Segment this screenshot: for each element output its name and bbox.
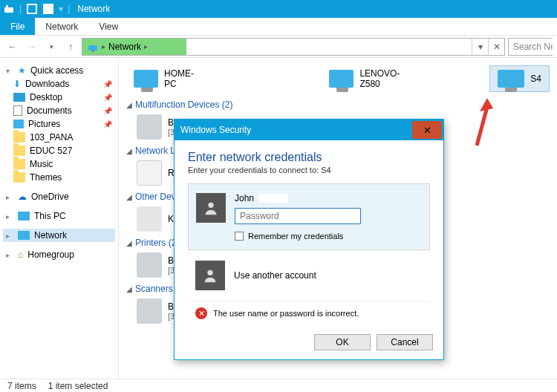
sidebar-item-downloads[interactable]: ⬇Downloads📌 — [3, 77, 115, 91]
sidebar-item-documents[interactable]: Documents📌 — [3, 104, 115, 117]
sidebar-item-label: Quick access — [30, 65, 83, 76]
separator-icon: | — [19, 4, 22, 14]
chevron-right-icon[interactable]: ▸ — [144, 42, 148, 50]
network-icon — [18, 231, 30, 240]
sidebar-item-music[interactable]: Music — [3, 157, 115, 171]
computer-icon — [134, 70, 158, 88]
status-bar: 7 items 1 item selected — [0, 379, 557, 392]
expand-icon[interactable]: ▾ — [6, 67, 13, 75]
collapse-icon[interactable]: ◢ — [126, 101, 132, 109]
svg-rect-5 — [88, 45, 97, 50]
category-label: Multifunction Devices (2) — [135, 99, 232, 110]
breadcrumb-network[interactable]: Network — [108, 42, 141, 52]
computer-item[interactable]: HOME-PC — [126, 65, 210, 92]
user-avatar-icon — [196, 193, 226, 223]
window-title: Network — [77, 4, 110, 14]
checkbox-icon[interactable] — [235, 232, 244, 241]
ok-button[interactable]: OK — [314, 334, 371, 350]
computer-label: HOME-PC — [164, 68, 203, 89]
svg-point-8 — [207, 270, 212, 275]
refresh-dropdown[interactable]: ▾ — [472, 39, 488, 55]
expand-icon[interactable]: ▸ — [6, 251, 13, 259]
credentials-dialog: Windows Security ✕ Enter network credent… — [174, 119, 444, 360]
up-button[interactable]: ↑ — [62, 39, 79, 55]
sidebar-item-103pana[interactable]: 103_PANA — [3, 131, 115, 144]
sidebar-item-label: Homegroup — [27, 249, 74, 260]
sidebar-item-label: Downloads — [25, 79, 69, 89]
address-bar[interactable]: ▸ Network ▸ ▾ ✕ — [82, 38, 505, 56]
sidebar-item-label: Documents — [27, 105, 72, 116]
printer-icon — [137, 252, 162, 278]
pc-icon — [18, 212, 30, 220]
category-label: Scanners — [135, 284, 173, 294]
computer-label: LENOVO-Z580 — [359, 68, 415, 89]
qat-save-icon[interactable] — [26, 3, 38, 15]
downloads-icon: ⬇ — [13, 79, 21, 89]
stop-button[interactable]: ✕ — [488, 39, 504, 55]
svg-rect-3 — [28, 5, 36, 13]
recent-dropdown[interactable]: ▾ — [43, 39, 59, 55]
qat-dropdown-icon[interactable]: ▾ — [59, 4, 63, 14]
svg-point-7 — [208, 203, 213, 208]
sidebar-quick-access[interactable]: ▾ ★ Quick access — [3, 64, 115, 77]
expand-icon[interactable]: ▸ — [6, 193, 13, 201]
expand-icon[interactable]: ▸ — [6, 212, 13, 220]
remember-checkbox[interactable]: Remember my credentials — [235, 232, 422, 241]
redaction — [258, 194, 288, 203]
sidebar-homegroup[interactable]: ▸⌂Homegroup — [3, 248, 115, 261]
status-item-count: 7 items — [7, 381, 36, 391]
collapse-icon[interactable]: ◢ — [126, 193, 132, 201]
dialog-title-bar[interactable]: Windows Security ✕ — [175, 120, 443, 140]
star-icon: ★ — [18, 65, 26, 76]
sidebar-item-educ527[interactable]: EDUC 527 — [3, 144, 115, 157]
ribbon-tabs: File Network View — [0, 18, 557, 36]
tab-file[interactable]: File — [0, 18, 35, 35]
qat-new-icon[interactable] — [42, 3, 54, 15]
svg-rect-0 — [4, 7, 13, 13]
category-label: Other Dev — [135, 192, 176, 202]
computer-label: S4 — [530, 74, 541, 84]
dialog-title: Windows Security — [180, 125, 412, 135]
forward-button[interactable]: → — [24, 39, 40, 55]
collapse-icon[interactable]: ◢ — [126, 147, 132, 155]
category-multifunction[interactable]: ◢Multifunction Devices (2) — [126, 99, 550, 110]
computer-item-selected[interactable]: S4 — [489, 65, 550, 92]
sidebar-onedrive[interactable]: ▸☁OneDrive — [3, 190, 115, 203]
window-title-bar: | ▾ | Network — [0, 0, 557, 18]
cloud-icon: ☁ — [18, 192, 27, 202]
collapse-icon[interactable]: ◢ — [126, 239, 132, 247]
navigation-pane: ▾ ★ Quick access ⬇Downloads📌 Desktop📌 Do… — [0, 58, 119, 379]
printer-icon — [137, 114, 162, 140]
chevron-right-icon[interactable]: ▸ — [102, 42, 105, 50]
pin-icon: 📌 — [103, 107, 112, 115]
dialog-heading: Enter network credentials — [188, 151, 430, 164]
error-text: The user name or password is incorrect. — [213, 309, 359, 318]
tab-network[interactable]: Network — [35, 18, 88, 35]
search-input[interactable]: Search Ne — [508, 38, 553, 56]
close-button[interactable]: ✕ — [412, 121, 442, 139]
sidebar-this-pc[interactable]: ▸This PC — [3, 209, 115, 223]
sidebar-item-themes[interactable]: Themes — [3, 171, 115, 184]
sidebar-item-pictures[interactable]: Pictures📌 — [3, 117, 115, 131]
use-another-account[interactable]: Use another account — [188, 250, 430, 301]
sidebar-item-label: Music — [30, 159, 53, 169]
folder-icon — [13, 146, 25, 156]
svg-rect-4 — [43, 4, 53, 14]
computer-item[interactable]: LENOVO-Z580 — [322, 65, 423, 92]
status-selection: 1 item selected — [48, 381, 108, 391]
sidebar-item-desktop[interactable]: Desktop📌 — [3, 91, 115, 104]
password-input[interactable] — [235, 208, 361, 224]
expand-icon[interactable]: ▸ — [6, 232, 13, 240]
back-button[interactable]: ← — [4, 39, 21, 55]
svg-rect-1 — [6, 5, 8, 7]
separator-icon: | — [68, 4, 70, 14]
category-label: Printers (2 — [135, 238, 176, 248]
pictures-icon — [13, 120, 24, 128]
user-avatar-icon — [195, 261, 225, 290]
cancel-button[interactable]: Cancel — [377, 334, 433, 350]
tab-view[interactable]: View — [88, 18, 128, 35]
collapse-icon[interactable]: ◢ — [126, 285, 132, 293]
sidebar-item-label: Desktop — [30, 92, 62, 102]
desktop-icon — [13, 93, 25, 102]
sidebar-network[interactable]: ▸Network — [3, 229, 115, 242]
